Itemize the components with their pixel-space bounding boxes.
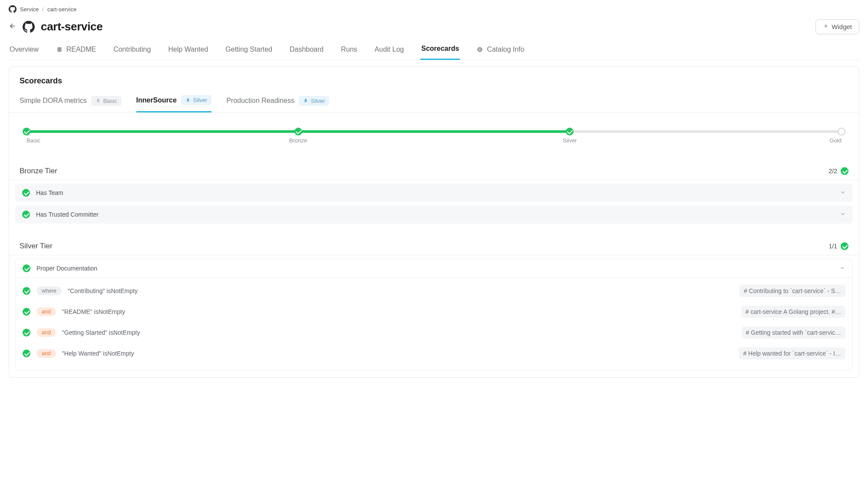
condition-text: "Contributing" isNotEmpty — [68, 287, 138, 294]
condition-text: "README" isNotEmpty — [62, 308, 125, 315]
condition-text: "Getting Started" isNotEmpty — [62, 329, 140, 336]
readme-icon — [56, 46, 63, 53]
condition-row: and "README" isNotEmpty # cart-service A… — [16, 301, 852, 322]
tab-overview[interactable]: Overview — [9, 45, 40, 60]
play-circle-icon — [476, 46, 483, 53]
scorecards-heading: Scorecards — [9, 76, 859, 91]
tier-progress: Basic Bronze Silver Gold — [9, 113, 859, 148]
check-circle-icon — [22, 211, 30, 218]
tab-audit-log[interactable]: Audit Log — [374, 45, 405, 60]
tab-catalog-info[interactable]: Catalog Info — [475, 45, 525, 60]
svg-rect-0 — [57, 47, 61, 52]
condition-row: and "Help Wanted" isNotEmpty # Help want… — [16, 343, 852, 364]
add-widget-button[interactable]: Widget — [815, 19, 859, 34]
github-icon — [23, 21, 35, 33]
breadcrumb-level1[interactable]: Service — [20, 6, 39, 13]
tab-contributing[interactable]: Contributing — [112, 45, 152, 60]
svg-point-3 — [187, 98, 189, 100]
tier-title-bronze: Bronze Tier — [20, 167, 57, 175]
check-circle-icon — [841, 167, 848, 175]
tab-help-wanted[interactable]: Help Wanted — [167, 45, 209, 60]
condition-text: "Help Wanted" isNotEmpty — [62, 350, 134, 357]
check-circle-icon — [23, 350, 30, 357]
operator-pill-and: and — [36, 349, 56, 358]
condition-preview: # Contributing to `cart-service` - S… — [739, 285, 845, 297]
github-icon — [9, 5, 17, 13]
tab-getting-started[interactable]: Getting Started — [224, 45, 273, 60]
tier-count-silver: 1/1 — [829, 242, 848, 250]
scorecards-card: Scorecards Simple DORA metrics Basic Inn… — [9, 66, 859, 378]
progress-label-basic: Basic — [26, 137, 40, 144]
breadcrumb-level2[interactable]: cart-service — [47, 6, 76, 13]
condition-row: and "Getting Started" isNotEmpty # Getti… — [16, 322, 852, 343]
badge-silver: Silver — [299, 96, 330, 106]
chevron-down-icon — [840, 211, 846, 218]
progress-marker-silver — [566, 128, 574, 135]
breadcrumb: Service / cart-service — [9, 3, 859, 19]
medal-icon — [303, 98, 308, 103]
tier-count-bronze: 2/2 — [829, 167, 848, 175]
condition-preview: # cart-service A Golang project. #… — [741, 306, 845, 318]
rule-has-trusted-committer[interactable]: Has Trusted Committer — [15, 205, 853, 224]
check-circle-icon — [23, 264, 30, 272]
operator-pill-where: where — [36, 287, 62, 295]
tier-bronze: Bronze Tier 2/2 Has Team Has Truste — [9, 167, 859, 224]
plus-icon — [823, 23, 829, 30]
rule-conditions: where "Contributing" isNotEmpty # Contri… — [15, 278, 853, 370]
condition-preview: # Help wanted for `cart-service` - I… — [739, 347, 845, 359]
condition-row: where "Contributing" isNotEmpty # Contri… — [16, 280, 852, 301]
tab-readme[interactable]: README — [55, 45, 97, 60]
progress-marker-gold — [838, 128, 845, 135]
chevron-down-icon — [840, 189, 846, 197]
tab-dashboard[interactable]: Dashboard — [289, 45, 324, 60]
badge-silver: Silver — [181, 95, 212, 105]
breadcrumb-separator: / — [42, 6, 44, 13]
operator-pill-and: and — [36, 307, 56, 316]
medal-icon — [96, 98, 101, 103]
chevron-up-icon — [839, 265, 845, 272]
medal-icon — [185, 98, 191, 103]
badge-basic: Basic — [91, 96, 122, 106]
svg-point-2 — [97, 99, 99, 101]
check-circle-icon — [841, 242, 848, 250]
subtab-simple-dora[interactable]: Simple DORA metrics Basic — [20, 95, 122, 112]
scorecard-subtabs: Simple DORA metrics Basic InnerSource Si… — [9, 92, 859, 113]
check-circle-icon — [23, 287, 30, 295]
rule-proper-documentation[interactable]: Proper Documentation — [15, 259, 853, 278]
back-arrow-icon[interactable] — [9, 22, 17, 31]
progress-label-bronze: Bronze — [289, 137, 307, 144]
check-circle-icon — [22, 189, 30, 197]
tier-silver: Silver Tier 1/1 Proper Documentation — [9, 242, 859, 370]
progress-marker-basic — [23, 128, 30, 135]
tier-title-silver: Silver Tier — [20, 242, 53, 251]
subtab-production-readiness[interactable]: Production Readiness Silver — [226, 95, 329, 112]
check-circle-icon — [23, 308, 30, 316]
check-circle-icon — [23, 329, 30, 336]
tab-runs[interactable]: Runs — [340, 45, 358, 60]
condition-preview: # Getting started with `cart-servic… — [742, 327, 845, 339]
svg-point-4 — [304, 99, 307, 101]
progress-label-silver: Silver — [563, 137, 577, 144]
tab-scorecards[interactable]: Scorecards — [420, 45, 460, 60]
operator-pill-and: and — [36, 328, 56, 337]
progress-marker-bronze — [294, 128, 302, 135]
rule-has-team[interactable]: Has Team — [15, 184, 853, 202]
page-title: cart-service — [41, 20, 102, 33]
progress-label-gold: Gold — [830, 137, 842, 144]
main-tabs: Overview README Contributing Help Wanted… — [9, 39, 859, 60]
subtab-innersource[interactable]: InnerSource Silver — [136, 95, 212, 112]
